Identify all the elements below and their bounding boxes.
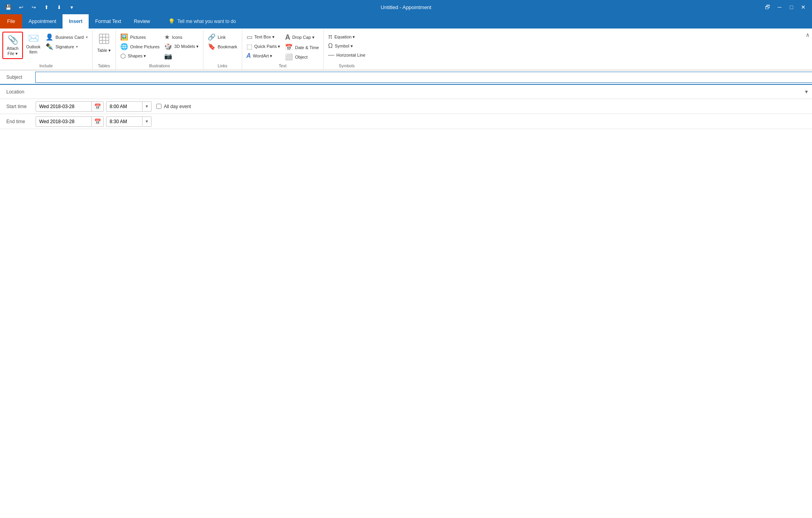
lightbulb-icon: 💡	[168, 18, 175, 25]
undo-button[interactable]: ↩	[16, 2, 26, 12]
quick-parts-label: Quick Parts ▾	[254, 44, 281, 49]
date-time-label: Date & Time	[295, 45, 319, 50]
signature-button[interactable]: ✒️ Signature ▾	[44, 42, 90, 51]
end-time-arrow: ▼	[142, 117, 151, 126]
pictures-label: Pictures	[130, 35, 146, 40]
end-time-select[interactable]: 8:30 AM 9:00 AM 9:30 AM	[106, 117, 142, 126]
restore-down-button[interactable]: 🗗	[762, 2, 773, 13]
business-card-button[interactable]: 👤 Business Card ▾	[44, 32, 90, 42]
down-button[interactable]: ⬇	[54, 2, 64, 12]
drop-cap-label: Drop Cap ▾	[292, 35, 314, 40]
business-card-arrow: ▾	[86, 35, 88, 39]
screenshot-icon: 📷	[164, 52, 172, 60]
subject-label: Subject	[0, 74, 36, 80]
links-group-label: Links	[206, 62, 239, 70]
drop-cap-icon: A	[285, 33, 290, 42]
online-pictures-label: Online Pictures	[130, 44, 160, 49]
symbol-button[interactable]: Ω Symbol ▾	[326, 42, 367, 50]
all-day-label: All day event	[164, 104, 191, 109]
ribbon-group-illustrations: 🖼️ Pictures 🌐 Online Pictures ⬡ Shapes ▾…	[116, 30, 203, 70]
location-label: Location	[0, 89, 36, 95]
icons-button[interactable]: ★ Icons	[162, 32, 201, 42]
tell-me-bar[interactable]: 💡 Tell me what you want to do	[164, 14, 240, 29]
tab-review[interactable]: Review	[127, 14, 156, 29]
end-date-input[interactable]	[36, 117, 91, 126]
illustrations-col1: 🖼️ Pictures 🌐 Online Pictures ⬡ Shapes ▾	[118, 32, 162, 61]
collapse-ribbon-button[interactable]: ∧	[806, 32, 810, 38]
window-controls: 🗗 ─ □ ✕	[762, 2, 809, 13]
tab-insert[interactable]: Insert	[63, 14, 89, 29]
main-content: Subject Location ▼ Start time 📅 8:00 AM …	[0, 70, 812, 518]
object-label: Object	[295, 55, 307, 59]
location-input[interactable]	[36, 87, 812, 97]
title-bar: 💾 ↩ ↪ ⬆ ⬇ ▾ Untitled - Appointment 🗗 ─ □…	[0, 0, 812, 14]
all-day-wrap: All day event	[156, 104, 191, 109]
text-col2: A Drop Cap ▾ 📅 Date & Time ⬜ Object	[283, 32, 321, 61]
ribbon-group-include: 📎 AttachFile ▾ ✉️ OutlookItem 👤 Business…	[0, 30, 93, 70]
end-time-row: End time 📅 8:30 AM 9:00 AM 9:30 AM ▼	[0, 114, 812, 129]
business-card-label: Business Card	[55, 35, 84, 40]
tab-format-text[interactable]: Format Text	[89, 14, 127, 29]
tables-group-label: Tables	[95, 62, 113, 70]
start-time-select[interactable]: 8:00 AM 8:30 AM 9:00 AM	[106, 102, 142, 111]
wordart-icon: A	[247, 52, 251, 59]
outlook-item-button[interactable]: ✉️ OutlookItem	[24, 32, 43, 56]
signature-arrow: ▾	[76, 45, 78, 49]
wordart-button[interactable]: A WordArt ▾	[245, 51, 283, 60]
tab-appointment[interactable]: Appointment	[22, 14, 63, 29]
maximize-button[interactable]: □	[786, 2, 797, 13]
text-col1: ▭ Text Box ▾ ⬚ Quick Parts ▾ A WordArt ▾	[245, 32, 283, 60]
more-qat-button[interactable]: ▾	[66, 2, 77, 12]
ribbon-group-text: ▭ Text Box ▾ ⬚ Quick Parts ▾ A WordArt ▾…	[242, 30, 324, 70]
shapes-button[interactable]: ⬡ Shapes ▾	[118, 51, 162, 61]
drop-cap-button[interactable]: A Drop Cap ▾	[283, 32, 321, 42]
online-pictures-button[interactable]: 🌐 Online Pictures	[118, 42, 162, 51]
save-button[interactable]: 💾	[3, 2, 13, 12]
body-textarea[interactable]	[0, 129, 812, 518]
table-label: Table ▾	[97, 48, 111, 53]
tab-file[interactable]: File	[0, 14, 22, 29]
tell-me-label: Tell me what you want to do	[177, 19, 236, 24]
symbols-col: π Equation ▾ Ω Symbol ▾ — Horizontal Lin…	[326, 32, 367, 59]
3d-models-button[interactable]: 🎲 3D Models ▾	[162, 42, 201, 51]
equation-icon: π	[328, 33, 332, 40]
close-button[interactable]: ✕	[798, 2, 809, 13]
end-date-calendar-button[interactable]: 📅	[91, 117, 103, 126]
subject-input[interactable]	[36, 72, 812, 82]
end-time-label: End time	[0, 119, 36, 124]
equation-button[interactable]: π Equation ▾	[326, 32, 367, 41]
end-time-wrap: 8:30 AM 9:00 AM 9:30 AM ▼	[106, 116, 152, 127]
bookmark-button[interactable]: 🔖 Bookmark	[206, 42, 239, 51]
horizontal-line-button[interactable]: — Horizontal Line	[326, 51, 367, 59]
attach-file-button[interactable]: 📎 AttachFile ▾	[4, 33, 21, 57]
pictures-button[interactable]: 🖼️ Pictures	[118, 32, 162, 42]
bookmark-label: Bookmark	[218, 44, 237, 49]
up-button[interactable]: ⬆	[41, 2, 51, 12]
date-time-button[interactable]: 📅 Date & Time	[283, 43, 321, 52]
shapes-label: Shapes ▾	[128, 53, 146, 59]
start-date-input[interactable]	[36, 102, 91, 111]
quick-parts-button[interactable]: ⬚ Quick Parts ▾	[245, 42, 283, 51]
start-time-row: Start time 📅 8:00 AM 8:30 AM 9:00 AM ▼ A…	[0, 99, 812, 114]
location-dropdown-icon: ▼	[804, 89, 809, 95]
minimize-button[interactable]: ─	[774, 2, 785, 13]
attach-file-highlight: 📎 AttachFile ▾	[2, 32, 23, 59]
date-time-icon: 📅	[285, 44, 293, 51]
icons-label: Icons	[172, 35, 182, 40]
text-box-button[interactable]: ▭ Text Box ▾	[245, 32, 283, 42]
tables-group-content: Table ▾	[95, 30, 113, 62]
redo-button[interactable]: ↪	[28, 2, 39, 12]
object-button[interactable]: ⬜ Object	[283, 52, 321, 61]
bookmark-icon: 🔖	[208, 43, 216, 50]
horizontal-line-label: Horizontal Line	[336, 53, 365, 57]
all-day-checkbox[interactable]	[156, 104, 161, 109]
outlook-item-icon: ✉️	[28, 33, 39, 44]
end-date-wrap: 📅	[36, 116, 104, 127]
online-pictures-icon: 🌐	[120, 43, 128, 50]
start-date-calendar-button[interactable]: 📅	[91, 102, 103, 111]
link-button[interactable]: 🔗 Link	[206, 32, 239, 42]
screenshot-button[interactable]: 📷	[162, 51, 201, 61]
window-title: Untitled - Appointment	[381, 4, 431, 10]
wordart-label: WordArt ▾	[253, 53, 272, 59]
table-button[interactable]: Table ▾	[95, 32, 113, 55]
